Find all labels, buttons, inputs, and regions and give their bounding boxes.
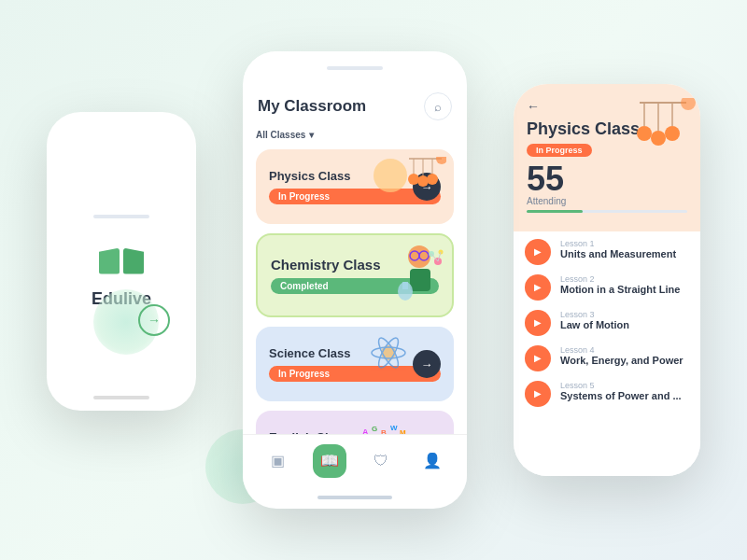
classroom-title: My Classroom	[258, 97, 366, 116]
arrow-right-icon: →	[148, 313, 161, 328]
lesson-number: Lesson 4	[560, 345, 684, 355]
tablet-icon: ▣	[271, 452, 285, 469]
chemistry-illustration	[387, 243, 447, 308]
lesson-info: Lesson 1 Units and Measurement	[560, 239, 676, 259]
app-name: Edulive	[92, 289, 151, 309]
svg-point-36	[651, 131, 666, 146]
lesson-item[interactable]: ▶ Lesson 3 Law of Motion	[525, 310, 689, 336]
lesson-item[interactable]: ▶ Lesson 5 Systems of Power and ...	[525, 381, 689, 407]
arrow-icon: →	[421, 357, 433, 371]
bottom-navigation: ▣ 📖 🛡 👤	[243, 434, 467, 486]
chemistry-card[interactable]: Chemistry Class Completed	[256, 233, 454, 317]
lesson-info: Lesson 3 Law of Motion	[560, 310, 629, 330]
home-indicator	[93, 396, 149, 399]
lesson-info: Lesson 5 Systems of Power and ...	[560, 381, 682, 401]
svg-text:G: G	[372, 425, 377, 433]
svg-point-7	[436, 157, 446, 164]
progress-fill	[527, 210, 583, 213]
lesson-item[interactable]: ▶ Lesson 2 Motion in a Straight Line	[525, 274, 689, 301]
lesson-number: Lesson 1	[560, 239, 676, 248]
english-card[interactable]: English Class Completed A G B W M Q	[256, 411, 454, 434]
progress-bar	[527, 210, 687, 213]
lesson-play-button[interactable]: ▶	[525, 274, 551, 301]
nav-person-button[interactable]: 👤	[416, 444, 449, 478]
lesson-play-button[interactable]: ▶	[525, 310, 551, 336]
nav-book-button[interactable]: 📖	[313, 444, 346, 478]
lesson-number: Lesson 3	[560, 310, 629, 319]
lesson-title: Law of Motion	[560, 319, 629, 330]
lesson-title: Work, Energy, and Power	[560, 355, 684, 366]
lesson-item[interactable]: ▶ Lesson 4 Work, Energy, and Power	[525, 345, 689, 371]
science-card[interactable]: Science Class In Progress →	[256, 327, 454, 401]
physics-illustration	[404, 157, 446, 199]
svg-text:A: A	[362, 427, 369, 434]
classroom-header: My Classroom ⌕	[256, 92, 454, 120]
get-started-button[interactable]: →	[138, 304, 170, 336]
lesson-title: Units and Measurement	[560, 248, 676, 259]
search-icon: ⌕	[434, 100, 442, 114]
svg-point-35	[637, 126, 652, 141]
lesson-info: Lesson 4 Work, Energy, and Power	[560, 345, 684, 366]
physics-detail-header: ← Physics Class In Progress 55 Attending	[514, 84, 700, 231]
lesson-title: Motion in a Straight Line	[560, 284, 680, 295]
app-logo	[99, 248, 144, 274]
svg-rect-9	[410, 269, 430, 291]
nav-tablet-button[interactable]: ▣	[261, 444, 295, 478]
lesson-item[interactable]: ▶ Lesson 1 Units and Measurement	[525, 239, 689, 265]
logo-left-leaf	[99, 248, 120, 274]
svg-text:M: M	[400, 428, 406, 434]
physics-card[interactable]: Physics Class In Progress →	[256, 149, 454, 224]
lesson-title: Systems of Power and ...	[560, 390, 682, 401]
shield-icon: 🛡	[374, 453, 388, 469]
filter-label: All Classes	[256, 130, 305, 140]
science-card-arrow[interactable]: →	[413, 350, 441, 378]
science-illustration	[370, 334, 407, 371]
classroom-content: My Classroom ⌕ All Classes ▾ Physics Cla…	[243, 77, 467, 434]
splash-screen: Edulive →	[47, 112, 196, 411]
nav-shield-button[interactable]: 🛡	[364, 444, 398, 478]
person-icon: 👤	[423, 452, 442, 469]
attending-label: Attending	[527, 196, 687, 206]
book-icon: 📖	[320, 452, 339, 469]
physics-detail-status: In Progress	[527, 144, 592, 157]
svg-point-6	[427, 174, 438, 185]
svg-point-4	[408, 174, 419, 185]
header-illustration	[630, 98, 696, 167]
physics-detail-screen: ← Physics Class In Progress 55 Attending…	[514, 84, 700, 476]
english-illustration: A G B W M Q	[360, 418, 407, 434]
svg-point-5	[417, 175, 429, 187]
classroom-screen: My Classroom ⌕ All Classes ▾ Physics Cla…	[243, 51, 467, 509]
lesson-number: Lesson 2	[560, 274, 680, 284]
lesson-play-button[interactable]: ▶	[525, 239, 551, 265]
english-card-title: English Class	[269, 430, 441, 434]
lesson-number: Lesson 5	[560, 381, 682, 390]
svg-rect-13	[402, 282, 408, 289]
search-button[interactable]: ⌕	[424, 92, 452, 120]
lesson-play-button[interactable]: ▶	[525, 345, 551, 371]
phone-notch	[243, 51, 467, 77]
svg-text:W: W	[390, 424, 398, 432]
lesson-info: Lesson 2 Motion in a Straight Line	[560, 274, 680, 295]
svg-point-37	[665, 126, 680, 141]
svg-text:B: B	[381, 428, 387, 434]
logo-right-leaf	[123, 248, 144, 274]
chevron-down-icon: ▾	[309, 130, 314, 140]
svg-point-38	[681, 98, 696, 110]
filter-row[interactable]: All Classes ▾	[256, 130, 454, 140]
notch-bar	[327, 66, 383, 70]
lessons-list: ▶ Lesson 1 Units and Measurement ▶ Lesso…	[514, 231, 700, 476]
home-indicator	[317, 496, 392, 499]
lesson-play-button[interactable]: ▶	[525, 381, 551, 407]
decoration-circle	[374, 159, 407, 192]
phone-bottom-bar	[243, 486, 467, 509]
